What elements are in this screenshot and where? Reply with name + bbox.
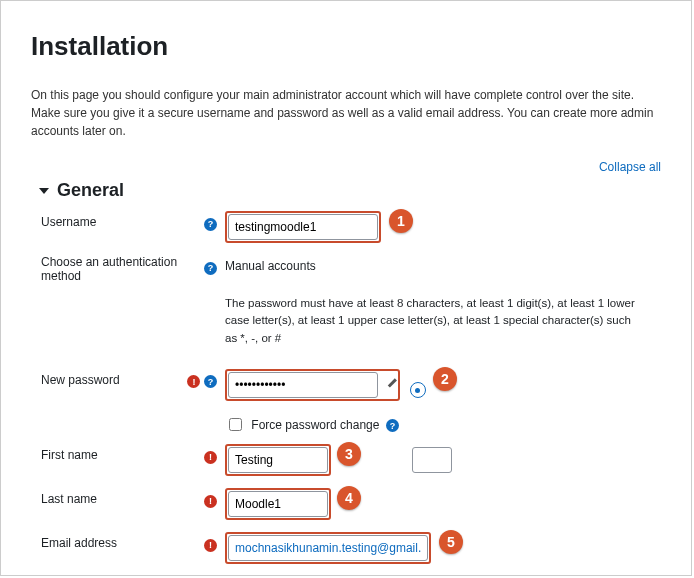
help-icon[interactable]: ? bbox=[204, 218, 217, 231]
callout-badge-5: 5 bbox=[439, 530, 463, 554]
callout-highlight-1 bbox=[225, 211, 381, 243]
callout-highlight-4 bbox=[225, 488, 331, 520]
password-hint: The password must have at least 8 charac… bbox=[225, 295, 661, 347]
new-password-label: New password bbox=[31, 369, 181, 387]
required-icon: ! bbox=[204, 495, 217, 508]
help-icon[interactable]: ? bbox=[204, 262, 217, 275]
password-input[interactable] bbox=[228, 372, 378, 398]
section-general-toggle[interactable]: General bbox=[31, 180, 661, 201]
force-change-label: Force password change bbox=[251, 418, 379, 432]
help-icon[interactable]: ? bbox=[386, 419, 399, 432]
section-title: General bbox=[57, 180, 124, 201]
callout-badge-1: 1 bbox=[389, 209, 413, 233]
installation-page: Installation On this page you should con… bbox=[0, 0, 692, 576]
required-icon: ! bbox=[204, 539, 217, 552]
first-name-label: First name bbox=[31, 444, 181, 462]
callout-badge-4: 4 bbox=[337, 486, 361, 510]
last-name-label: Last name bbox=[31, 488, 181, 506]
email-input[interactable] bbox=[228, 535, 428, 561]
page-title: Installation bbox=[31, 31, 661, 62]
callout-badge-2: 2 bbox=[433, 367, 457, 391]
callout-highlight-2 bbox=[225, 369, 400, 401]
email-label: Email address bbox=[31, 532, 181, 550]
intro-text: On this page you should configure your m… bbox=[31, 86, 661, 140]
pencil-icon[interactable] bbox=[385, 377, 399, 391]
caret-down-icon bbox=[39, 188, 49, 194]
username-input[interactable] bbox=[228, 214, 378, 240]
callout-highlight-3 bbox=[225, 444, 331, 476]
collapse-all-link[interactable]: Collapse all bbox=[599, 160, 661, 174]
callout-badge-3: 3 bbox=[337, 442, 361, 466]
force-change-checkbox[interactable] bbox=[229, 418, 242, 431]
help-icon[interactable]: ? bbox=[204, 375, 217, 388]
required-icon: ! bbox=[187, 375, 200, 388]
last-name-input[interactable] bbox=[228, 491, 328, 517]
first-name-input[interactable] bbox=[228, 447, 328, 473]
auth-method-label: Choose an authentication method bbox=[31, 255, 181, 283]
username-label: Username bbox=[31, 211, 181, 229]
auth-method-value: Manual accounts bbox=[225, 255, 661, 273]
first-name-extra-input[interactable] bbox=[412, 447, 452, 473]
required-icon: ! bbox=[204, 451, 217, 464]
callout-highlight-5 bbox=[225, 532, 431, 564]
eye-icon[interactable] bbox=[410, 382, 426, 398]
